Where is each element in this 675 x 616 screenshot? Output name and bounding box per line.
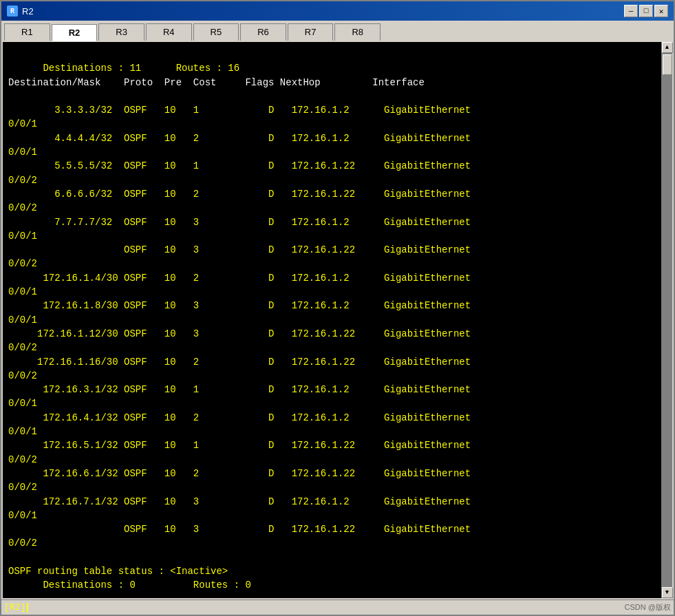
tab-r4[interactable]: R4 — [146, 23, 192, 41]
tab-r1[interactable]: R1 — [4, 23, 50, 41]
tab-r2[interactable]: R2 — [52, 24, 98, 41]
main-window: R R2 — □ ✕ R1 R2 R3 R4 R5 R6 R7 R8 Desti… — [0, 0, 675, 616]
terminal-wrapper: Destinations : 11 Routes : 16 Destinatio… — [1, 41, 674, 599]
tab-r7[interactable]: R7 — [288, 23, 334, 41]
window-title: R2 — [22, 6, 34, 17]
tab-r5[interactable]: R5 — [193, 23, 239, 41]
cursor — [27, 603, 28, 613]
tab-r8[interactable]: R8 — [334, 23, 381, 41]
scroll-track[interactable] — [662, 53, 672, 587]
scroll-up-button[interactable]: ▲ — [662, 42, 673, 53]
status-bar: [R2] CSDN @版权 — [1, 599, 674, 615]
restore-button[interactable]: □ — [639, 5, 653, 17]
scroll-down-button[interactable]: ▼ — [662, 587, 673, 598]
app-icon: R — [7, 6, 18, 17]
prompt-label: [R2] — [4, 602, 25, 613]
terminal-output[interactable]: Destinations : 11 Routes : 16 Destinatio… — [3, 42, 661, 598]
minimize-button[interactable]: — — [624, 5, 638, 17]
title-bar-left: R R2 — [7, 6, 34, 17]
scrollbar[interactable]: ▲ ▼ — [661, 42, 672, 598]
tab-r6[interactable]: R6 — [240, 23, 286, 41]
title-controls: — □ ✕ — [624, 5, 668, 17]
close-button[interactable]: ✕ — [654, 5, 668, 17]
tab-bar: R1 R2 R3 R4 R5 R6 R7 R8 — [1, 21, 674, 41]
scroll-thumb[interactable] — [663, 54, 672, 75]
title-bar: R R2 — □ ✕ — [1, 1, 674, 21]
tab-r3[interactable]: R3 — [98, 23, 144, 41]
watermark-text: CSDN @版权 — [625, 602, 671, 613]
